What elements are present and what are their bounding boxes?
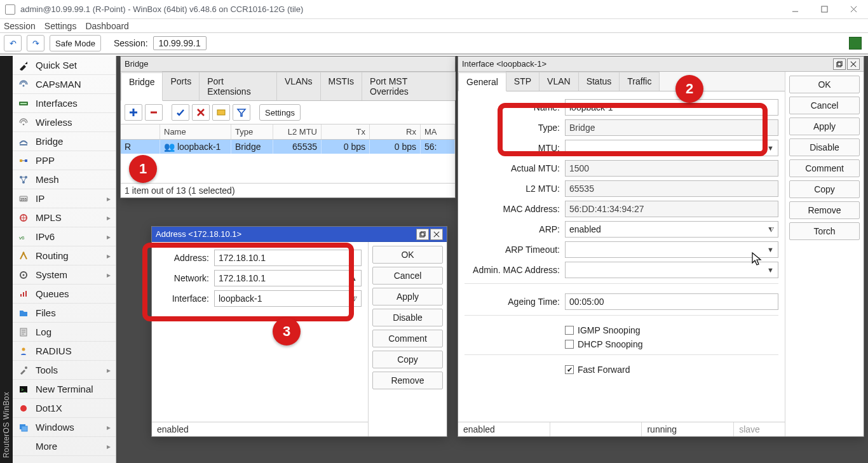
row-rx: 0 bps: [370, 140, 421, 154]
sidebar-item-routing[interactable]: Routing▸: [13, 246, 116, 265]
sidebar-item-files[interactable]: Files: [13, 304, 116, 323]
menu-dashboard[interactable]: Dashboard: [85, 21, 129, 31]
interface-torch-button[interactable]: Torch: [789, 222, 860, 240]
health-indicator[interactable]: [849, 37, 862, 50]
sidebar-item-dot1x[interactable]: Dot1X: [13, 399, 116, 418]
network-input[interactable]: 172.18.10.1▲: [214, 270, 362, 286]
sidebar-item-windows[interactable]: Windows▸: [13, 418, 116, 437]
sidebar-item-interfaces[interactable]: Interfaces: [13, 94, 116, 113]
menu-settings[interactable]: Settings: [44, 21, 77, 31]
address-window-close-button[interactable]: [430, 229, 443, 240]
sidebar-item-tools[interactable]: Tools▸: [13, 361, 116, 380]
routing-icon: [18, 250, 29, 262]
menu-session[interactable]: Session: [4, 21, 36, 31]
tab-traffic[interactable]: Traffic: [619, 72, 660, 91]
session-value[interactable]: 10.99.99.1: [153, 36, 207, 50]
table-row[interactable]: R 👥 loopback-1 Bridge 65535 0 bps 0 bps …: [121, 140, 455, 154]
col-l2mtu[interactable]: L2 MTU: [273, 124, 322, 139]
igmp-checkbox[interactable]: IGMP Snooping: [565, 325, 641, 335]
tab-ports[interactable]: Ports: [162, 72, 200, 100]
status-enabled: enabled: [458, 422, 550, 436]
bridge-settings-button[interactable]: Settings: [259, 104, 301, 121]
interface-window-restore-button[interactable]: [833, 58, 846, 70]
arp-timeout-input[interactable]: ▼: [565, 241, 778, 258]
address-cancel-button[interactable]: Cancel: [372, 267, 443, 285]
bridge-window-title[interactable]: Bridge: [121, 57, 455, 72]
col-type[interactable]: Type: [231, 124, 273, 139]
sidebar-item-wireless[interactable]: Wireless: [13, 113, 116, 132]
add-button[interactable]: [125, 104, 142, 121]
sidebar-item-new-terminal[interactable]: >_New Terminal: [13, 380, 116, 399]
interface-cancel-button[interactable]: Cancel: [789, 97, 860, 114]
mtu-input[interactable]: ▼: [565, 140, 778, 156]
col-name[interactable]: Name: [160, 124, 231, 139]
tab-port-extensions[interactable]: Port Extensions: [199, 72, 277, 100]
col-rx[interactable]: Rx: [370, 124, 421, 139]
safe-mode-button[interactable]: Safe Mode: [50, 35, 101, 51]
sidebar-item-mpls[interactable]: MPLS▸: [13, 208, 116, 227]
interface-label: Interface:: [158, 293, 209, 304]
address-copy-button[interactable]: Copy: [372, 351, 443, 368]
tab-stp[interactable]: STP: [506, 72, 539, 91]
sidebar-item-queues[interactable]: Queues: [13, 285, 116, 304]
sidebar-item-quick-set[interactable]: Quick Set: [13, 56, 116, 75]
address-input[interactable]: 172.18.10.1: [214, 250, 362, 266]
arp-select[interactable]: enabled⧨: [565, 221, 778, 238]
sidebar-item-radius[interactable]: RADIUS: [13, 342, 116, 361]
address-disable-button[interactable]: Disable: [372, 309, 443, 326]
dhcp-checkbox[interactable]: DHCP Snooping: [565, 339, 642, 349]
interface-disable-button[interactable]: Disable: [789, 138, 860, 156]
address-window-restore-button[interactable]: [416, 229, 429, 240]
address-comment-button[interactable]: Comment: [372, 330, 443, 347]
sidebar-item-ip[interactable]: 255IP▸: [13, 189, 116, 208]
interface-window-close-button[interactable]: [847, 58, 860, 70]
sidebar-item-ppp[interactable]: PPP: [13, 151, 116, 170]
ageing-input[interactable]: 00:05:00: [565, 293, 778, 310]
enable-button[interactable]: [172, 104, 189, 121]
remove-button[interactable]: [145, 104, 163, 121]
sidebar-item-mesh[interactable]: Mesh: [13, 170, 116, 189]
quick-set-icon: [18, 60, 29, 71]
filter-button[interactable]: [233, 104, 250, 121]
tab-status[interactable]: Status: [578, 72, 620, 91]
tab-mstis[interactable]: MSTIs: [320, 72, 362, 100]
address-remove-button[interactable]: Remove: [372, 372, 443, 389]
interface-ok-button[interactable]: OK: [789, 76, 860, 93]
tab-general[interactable]: General: [458, 72, 506, 91]
col-tx[interactable]: Tx: [322, 124, 370, 139]
fast-forward-checkbox[interactable]: ✔Fast Forward: [565, 365, 630, 375]
vertical-tab-routeros[interactable]: RouterOS WinBox: [0, 56, 13, 463]
interface-select[interactable]: loopback-1⧨: [214, 290, 362, 307]
tab-vlans[interactable]: VLANs: [276, 72, 321, 100]
interface-window-title[interactable]: Interface <loopback-1>: [458, 57, 864, 72]
sidebar-item-label: Interfaces: [36, 98, 78, 109]
interface-remove-button[interactable]: Remove: [789, 201, 860, 219]
address-window-title[interactable]: Address <172.18.10.1>: [152, 227, 447, 242]
window-minimize-button[interactable]: [780, 0, 810, 19]
sidebar-item-label: IPv6: [36, 231, 55, 242]
interface-apply-button[interactable]: Apply: [789, 117, 860, 135]
comment-button[interactable]: [212, 104, 230, 121]
col-mac[interactable]: MA: [421, 124, 455, 139]
sidebar-item-log[interactable]: Log: [13, 323, 116, 342]
tab-bridge[interactable]: Bridge: [121, 72, 163, 101]
undo-button[interactable]: ↶: [4, 35, 22, 51]
sidebar-item-more[interactable]: More▸: [13, 437, 116, 456]
address-apply-button[interactable]: Apply: [372, 288, 443, 305]
disable-button[interactable]: [192, 104, 210, 121]
window-close-button[interactable]: [839, 0, 868, 19]
tab-vlan[interactable]: VLAN: [539, 72, 579, 91]
interface-comment-button[interactable]: Comment: [789, 159, 860, 177]
address-ok-button[interactable]: OK: [372, 246, 443, 264]
sidebar-item-system[interactable]: System▸: [13, 265, 116, 285]
sidebar-item-bridge[interactable]: Bridge: [13, 132, 116, 151]
svg-rect-24: [22, 426, 27, 431]
tab-port-mst-overrides[interactable]: Port MST Overrides: [362, 72, 456, 100]
admin-mac-input[interactable]: ▼: [565, 262, 778, 278]
window-maximize-button[interactable]: [810, 0, 839, 19]
interface-copy-button[interactable]: Copy: [789, 180, 860, 198]
redo-button[interactable]: ↷: [27, 35, 44, 51]
name-input[interactable]: loopback-1: [565, 99, 778, 116]
sidebar-item-capsman[interactable]: CAPsMAN: [13, 75, 116, 94]
sidebar-item-ipv6[interactable]: v6IPv6▸: [13, 227, 116, 246]
